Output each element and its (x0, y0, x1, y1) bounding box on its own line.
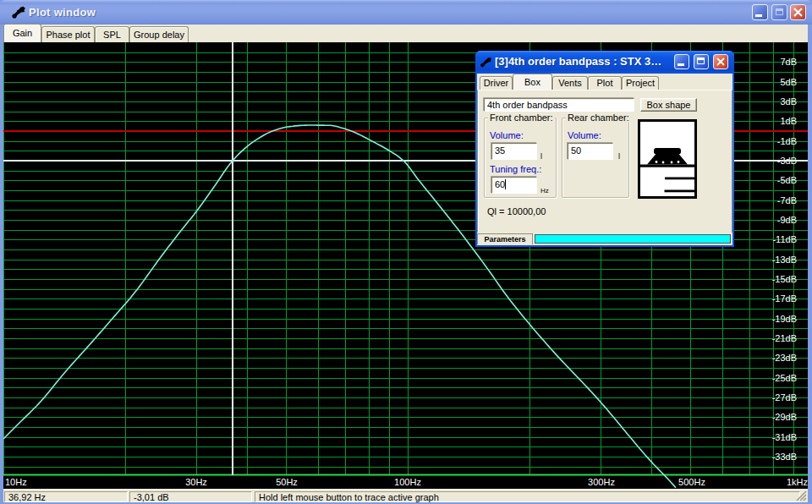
svg-text:-23dB: -23dB (772, 353, 797, 363)
svg-text:-13dB: -13dB (772, 255, 797, 265)
svg-text:5dB: 5dB (780, 77, 797, 87)
svg-text:500Hz: 500Hz (678, 477, 705, 487)
svg-text:-9dB: -9dB (777, 215, 797, 225)
svg-text:50Hz: 50Hz (276, 477, 298, 487)
svg-text:-5dB: -5dB (777, 175, 797, 185)
svg-text:10Hz: 10Hz (5, 477, 27, 487)
svg-text:-33dB: -33dB (772, 452, 797, 462)
svg-text:-25dB: -25dB (772, 373, 797, 383)
svg-text:-29dB: -29dB (772, 412, 797, 422)
svg-text:-21dB: -21dB (772, 333, 797, 343)
svg-text:1dB: 1dB (780, 116, 797, 126)
svg-text:-11dB: -11dB (772, 234, 797, 244)
svg-text:100Hz: 100Hz (394, 477, 421, 487)
svg-text:-31dB: -31dB (772, 432, 797, 442)
svg-text:1kHz: 1kHz (787, 477, 808, 487)
svg-text:-17dB: -17dB (772, 293, 797, 304)
svg-text:30Hz: 30Hz (185, 477, 207, 487)
svg-text:-27dB: -27dB (772, 392, 797, 403)
svg-text:300Hz: 300Hz (588, 477, 615, 487)
svg-text:-15dB: -15dB (772, 274, 797, 284)
svg-text:3dB: 3dB (780, 96, 797, 107)
svg-text:7dB: 7dB (780, 57, 797, 67)
svg-text:-1dB: -1dB (777, 136, 797, 146)
svg-text:-19dB: -19dB (772, 314, 797, 324)
svg-text:-7dB: -7dB (777, 195, 797, 205)
